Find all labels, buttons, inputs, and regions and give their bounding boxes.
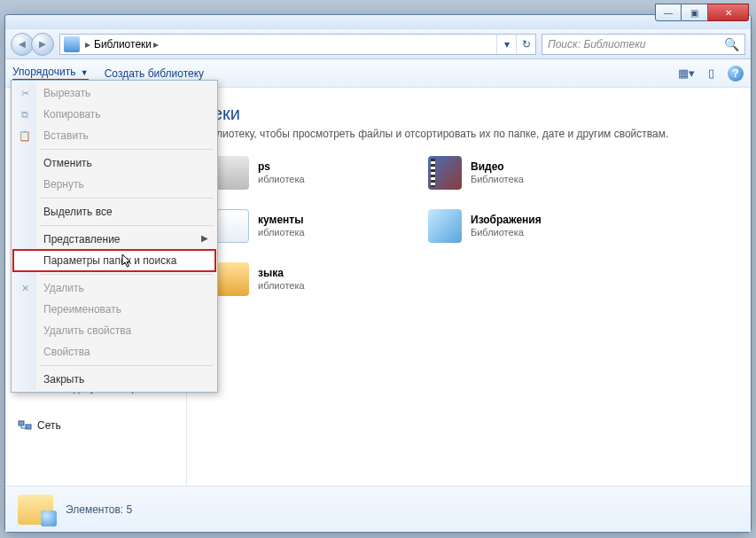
forward-button[interactable]: ► — [31, 33, 54, 56]
organize-menu: ✂Вырезать ⧉Копировать 📋Вставить Отменить… — [11, 80, 218, 393]
history-dropdown[interactable]: ▾ — [496, 35, 516, 54]
apps-icon — [215, 156, 249, 190]
location-icon — [64, 36, 80, 52]
page-subtitle: иблиотеку, чтобы просмотреть файлы и отс… — [205, 128, 733, 140]
address-bar[interactable]: ▸ Библиотеки ▸ ▾ ↻ — [59, 34, 536, 55]
search-input[interactable]: Поиск: Библиотеки 🔍 — [542, 34, 745, 55]
menu-view[interactable]: Представление▶ — [13, 229, 215, 250]
svg-rect-0 — [19, 421, 24, 425]
help-button[interactable]: ? — [728, 66, 744, 82]
documents-icon — [215, 209, 249, 243]
copy-icon: ⧉ — [19, 108, 31, 121]
menu-select-all[interactable]: Выделить все — [13, 201, 215, 222]
breadcrumb-sep2: ▸ — [152, 38, 162, 51]
menu-undo[interactable]: Отменить — [13, 152, 215, 174]
page-title: теки — [205, 104, 733, 124]
paste-icon: 📋 — [19, 129, 31, 142]
menu-cut[interactable]: ✂Вырезать — [13, 82, 215, 104]
submenu-arrow-icon: ▶ — [201, 233, 208, 243]
sidebar-item-network[interactable]: Сеть — [18, 416, 186, 435]
library-grid: psиблиотека ВидеоБиблиотека кументыиблио… — [215, 156, 733, 296]
view-options-button[interactable]: ▦▾ — [678, 66, 694, 82]
network-icon — [18, 418, 32, 433]
status-icon — [18, 495, 53, 525]
status-bar: Элементов: 5 — [5, 486, 751, 532]
menu-paste[interactable]: 📋Вставить — [13, 125, 215, 146]
titlebar: — ▣ ✕ — [5, 15, 751, 29]
nav-arrows: ◄ ► — [11, 33, 54, 56]
menu-close[interactable]: Закрыть — [13, 369, 215, 390]
nav-bar: ◄ ► ▸ Библиотеки ▸ ▾ ↻ Поиск: Библиотеки… — [5, 29, 751, 59]
delete-icon: ✕ — [19, 282, 31, 294]
music-icon — [215, 262, 249, 296]
menu-remove-props[interactable]: Удалить свойства — [13, 320, 215, 341]
search-placeholder: Поиск: Библиотеки — [548, 38, 645, 51]
organize-button[interactable]: Упорядочить ▼ — [12, 66, 89, 81]
menu-copy[interactable]: ⧉Копировать — [13, 104, 215, 125]
preview-pane-button[interactable]: ▯ — [703, 66, 719, 82]
menu-redo[interactable]: Вернуть — [13, 174, 215, 195]
refresh-button[interactable]: ↻ — [516, 35, 535, 54]
search-icon: 🔍 — [724, 37, 739, 51]
status-count: Элементов: 5 — [66, 503, 132, 516]
menu-properties[interactable]: Свойства — [13, 341, 215, 363]
content-pane: теки иблиотеку, чтобы просмотреть файлы … — [187, 88, 751, 486]
new-library-button[interactable]: Создать библиотеку — [105, 67, 204, 80]
menu-rename[interactable]: Переименовать — [13, 299, 215, 320]
breadcrumb-root[interactable]: Библиотеки — [94, 38, 152, 51]
library-item-music[interactable]: зыкаиблиотека — [215, 262, 401, 296]
window-controls: — ▣ ✕ — [655, 4, 749, 21]
cut-icon: ✂ — [19, 87, 31, 99]
library-item-video[interactable]: ВидеоБиблиотека — [428, 156, 614, 190]
minimize-button[interactable]: — — [655, 4, 682, 21]
library-item-documents[interactable]: кументыиблиотека — [215, 209, 401, 243]
library-item-apps[interactable]: psиблиотека — [215, 156, 401, 190]
images-icon — [428, 209, 462, 243]
maximize-button[interactable]: ▣ — [682, 4, 708, 21]
video-icon — [428, 156, 462, 190]
breadcrumb-sep: ▸ — [83, 38, 94, 51]
menu-folder-options[interactable]: Параметры папок и поиска — [13, 250, 215, 271]
menu-delete[interactable]: ✕Удалить — [13, 277, 215, 299]
close-button[interactable]: ✕ — [708, 4, 749, 21]
library-item-images[interactable]: ИзображенияБиблиотека — [428, 209, 614, 243]
